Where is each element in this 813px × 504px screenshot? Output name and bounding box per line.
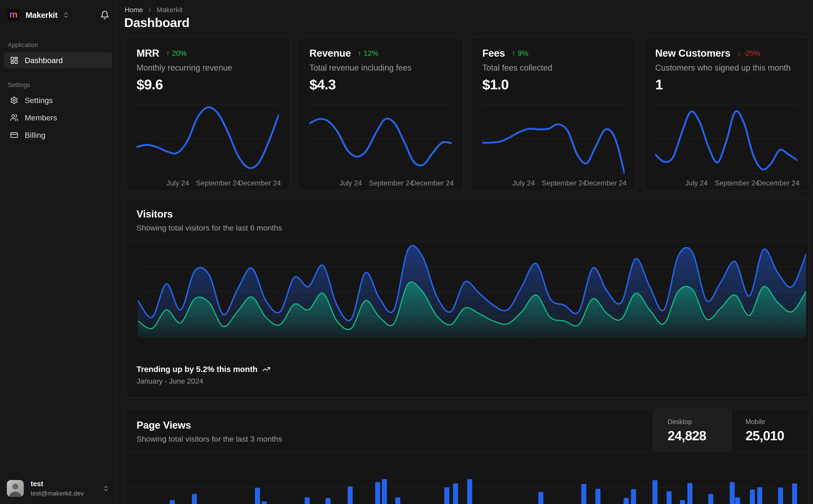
stat-value: $9.6 [136,76,279,93]
nav-section-settings: Settings Settings Members [4,82,112,143]
nav-section-application: Application Dashboard [4,42,112,68]
x-tick: December 24 [757,179,800,187]
sidebar-item-dashboard[interactable]: Dashboard [4,52,112,68]
bell-icon[interactable] [100,11,109,20]
stat-title: MRR [136,48,159,59]
page-views-title: Page Views [136,419,282,431]
stat-value: 1 [655,76,797,93]
sidebar-item-settings[interactable]: Settings [4,92,112,108]
stat-title: New Customers [655,48,731,59]
breadcrumb: Home Makerkit [125,6,182,14]
toggle-mobile[interactable]: Mobile 25,010 [731,409,809,452]
makerkit-dashboard-app: m Makerkit Application Dashboard [0,0,813,504]
arrow-up-icon: ↑ [512,49,515,58]
chevrons-up-down-icon[interactable] [62,11,69,19]
x-tick: July 24 [166,179,189,187]
visitors-title: Visitors [136,208,797,220]
page-title: Dashboard [124,15,189,30]
x-tick: December 24 [411,179,454,187]
revenue-sparkline-chart [309,99,452,177]
change-percent: -25% [743,49,760,58]
x-axis-labels: July 24 September 24 December 24 [136,179,279,188]
workspace-selector[interactable]: m Makerkit [0,0,116,24]
change-percent: 9% [518,49,528,58]
trend-badge: ↑ 9% [512,49,528,58]
x-tick: July 24 [685,179,708,187]
stat-title: Fees [482,48,505,59]
arrow-down-icon: ↓ [737,49,741,58]
makerkit-logo: m [7,9,20,21]
stat-subtitle: Monthly recurring revenue [136,63,279,73]
sidebar-item-label: Dashboard [25,56,63,65]
stat-subtitle: Customers who signed up this month [655,63,797,73]
user-name: test [31,480,84,488]
x-axis-labels: July 24 September 24 December 24 [655,179,797,188]
sidebar-item-label: Members [25,113,57,122]
toggle-desktop[interactable]: Desktop 24,828 [653,409,731,452]
change-percent: 12% [364,49,378,58]
new-customers-sparkline-chart [655,99,797,177]
sidebar-item-members[interactable]: Members [4,110,112,126]
toggle-label: Mobile [746,418,809,426]
fees-sparkline-chart [482,99,625,177]
trending-up-icon [262,365,270,373]
visitors-header: Visitors Showing total visitors for the … [125,199,809,240]
user-email: test@makerkit.dev [31,490,84,497]
page-views-header: Page Views Showing total visitors for th… [125,409,809,452]
x-tick: September 24 [715,179,759,187]
nav-section-label: Application [8,42,112,49]
toggle-value: 24,828 [668,428,731,443]
x-tick: December 24 [584,179,627,187]
stat-title: Revenue [309,48,351,59]
chevron-right-icon [146,7,153,13]
user-menu[interactable]: test test@makerkit.dev [0,474,116,504]
breadcrumb-home-link[interactable]: Home [125,6,143,14]
sidebar-item-label: Billing [25,131,45,140]
x-tick: September 24 [369,179,413,187]
visitors-card: Visitors Showing total visitors for the … [125,198,809,398]
trend-badge: ↑ 12% [358,49,378,58]
page-views-toggles: Desktop 24,828 Mobile 25,010 [653,409,809,452]
x-axis-labels: July 24 September 24 December 24 [482,179,625,188]
stat-cards-row: MRR ↑ 20% Monthly recurring revenue $9.6… [125,37,809,191]
users-icon [10,114,18,122]
visitors-trending: Trending up by 5.2% this month [136,365,270,374]
x-axis-labels: July 24 September 24 December 24 [309,179,452,188]
x-tick: September 24 [542,179,586,187]
page-views-card: Page Views Showing total visitors for th… [125,409,809,504]
change-percent: 20% [172,49,186,58]
toggle-label: Desktop [668,418,731,426]
stat-subtitle: Total fees collected [482,63,625,73]
nav-section-label: Settings [8,82,112,89]
visitors-area-chart [138,242,806,338]
workspace-name: Makerkit [26,11,58,20]
x-tick: July 24 [339,179,362,187]
stat-card-revenue: Revenue ↑ 12% Total revenue including fe… [298,37,464,191]
trending-text: Trending up by 5.2% this month [136,365,258,374]
trend-badge: ↑ 20% [166,49,186,58]
sidebar-item-label: Settings [25,96,53,105]
visitors-date-range: January - June 2024 [136,377,203,385]
makerkit-logo-letter: m [9,10,18,19]
chevrons-up-down-icon[interactable] [102,485,109,492]
sidebar-item-billing[interactable]: Billing [4,127,112,143]
avatar [7,480,24,497]
stat-card-fees: Fees ↑ 9% Total fees collected $1.0 July… [470,37,637,191]
breadcrumb-current: Makerkit [157,6,182,14]
toggle-value: 25,010 [746,428,809,443]
visitors-subtitle: Showing total visitors for the last 6 mo… [136,223,797,232]
page-views-subtitle: Showing total visitors for the last 3 mo… [136,435,282,443]
gear-icon [10,96,18,104]
layout-dashboard-icon [10,56,18,64]
stat-card-new-customers: New Customers ↓ -25% Customers who signe… [643,37,809,191]
sidebar: m Makerkit Application Dashboard [0,0,117,504]
user-meta: test test@makerkit.dev [31,480,84,497]
sidebar-nav: Application Dashboard Settings Settings [0,42,116,144]
x-tick: December 24 [238,179,281,187]
stat-card-mrr: MRR ↑ 20% Monthly recurring revenue $9.6… [125,37,291,191]
arrow-up-icon: ↑ [166,49,170,58]
stat-value: $4.3 [309,76,452,93]
mrr-sparkline-chart [136,99,279,177]
credit-card-icon [10,131,18,139]
stat-value: $1.0 [482,76,625,93]
